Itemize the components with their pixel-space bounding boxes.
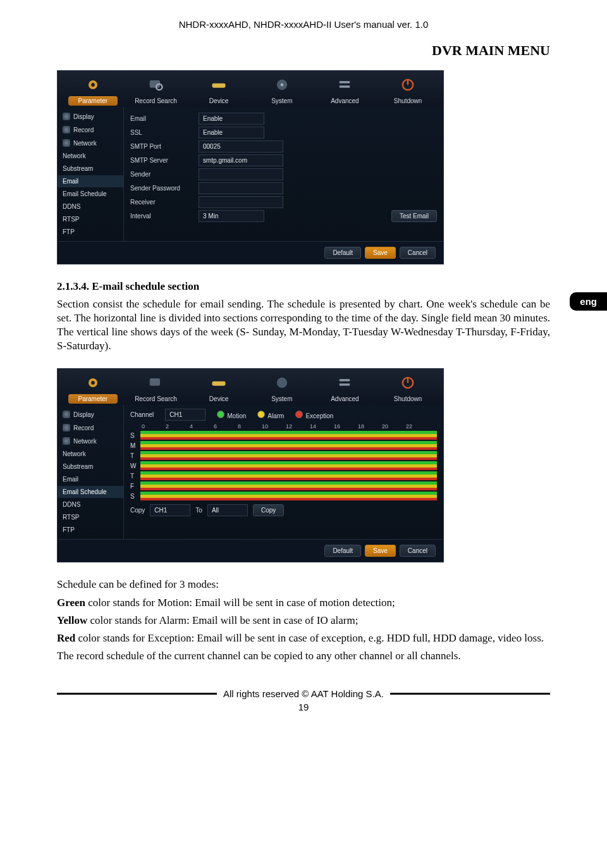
copy-from-select[interactable]: CH1 <box>150 504 190 516</box>
svg-point-1 <box>91 83 95 87</box>
copy-button[interactable]: Copy <box>253 504 284 516</box>
ssl-label: SSL <box>130 129 193 136</box>
tab-record-search-2[interactable]: Record Search <box>126 374 185 405</box>
green-dot-icon <box>217 411 224 418</box>
interval-label: Interval <box>130 213 193 220</box>
tab-advanced[interactable]: Advanced <box>316 76 374 107</box>
default-button-2[interactable]: Default <box>324 545 361 557</box>
sidebar-item-ftp-2[interactable]: FTP <box>58 524 123 536</box>
green-word: Green <box>57 597 85 609</box>
tab-shutdown[interactable]: Shutdown <box>379 76 437 107</box>
tab-parameter[interactable]: Parameter <box>64 76 122 107</box>
display-icon <box>63 411 70 418</box>
motion-radio[interactable]: Motion <box>217 411 246 419</box>
dvr-sidebar: Display Record Network Network Substream… <box>58 107 124 241</box>
tab-advanced-2[interactable]: Advanced <box>316 374 374 405</box>
dvr-footer-2: Default Save Cancel <box>58 539 443 562</box>
smtp-server-label: SMTP Server <box>130 157 193 164</box>
power-icon <box>396 374 419 392</box>
save-button[interactable]: Save <box>365 247 396 259</box>
svg-rect-16 <box>340 380 350 382</box>
receiver-input[interactable] <box>199 196 283 208</box>
svg-point-15 <box>277 378 287 388</box>
para-schedule-desc: Section consist the schedule for email s… <box>57 297 550 353</box>
sidebar-item-rtsp[interactable]: RTSP <box>58 213 123 225</box>
sidebar-item-record-2[interactable]: Record <box>58 421 123 434</box>
sidebar-item-ddns[interactable]: DDNS <box>58 201 123 213</box>
display-icon <box>63 113 70 120</box>
tab-parameter-2[interactable]: Parameter <box>64 374 122 405</box>
search-icon <box>144 374 167 392</box>
interval-select[interactable]: 3 Min <box>199 210 264 222</box>
ssl-select[interactable]: Enable <box>199 127 264 139</box>
tab-record-search[interactable]: Record Search <box>126 76 185 107</box>
yellow-word: Yellow <box>57 614 87 626</box>
dvr-email-schedule: Parameter Record Search Device System Ad… <box>57 368 444 562</box>
sidebar-item-ddns-2[interactable]: DDNS <box>58 499 123 511</box>
sidebar-item-ftp[interactable]: FTP <box>58 226 123 238</box>
smtp-server-input[interactable]: smtp.gmail.com <box>199 154 283 166</box>
password-label: Sender Password <box>130 185 193 192</box>
yellow-dot-icon <box>257 411 265 418</box>
sidebar-item-network[interactable]: Network <box>58 137 123 149</box>
hour-scale: 0246810121416182022 <box>142 423 437 430</box>
tab-system[interactable]: System <box>253 76 311 107</box>
save-button-2[interactable]: Save <box>365 545 396 557</box>
sidebar-item-email-schedule[interactable]: Email Schedule <box>58 188 123 200</box>
cancel-button-2[interactable]: Cancel <box>400 545 436 557</box>
svg-point-6 <box>280 84 283 87</box>
schedule-grid[interactable]: S M T W T F S <box>130 431 437 500</box>
tab-system-2[interactable]: System <box>253 374 311 405</box>
footer-copyright: All rights reserved © AAT Holding S.A. <box>223 688 384 699</box>
red-dot-icon <box>295 411 303 418</box>
advanced-icon <box>333 374 356 392</box>
to-label: To <box>195 507 202 514</box>
network-icon <box>63 139 70 147</box>
sidebar-item-email-2[interactable]: Email <box>58 473 123 485</box>
sidebar-item-network2-2[interactable]: Network <box>58 448 123 460</box>
tab-shutdown-2[interactable]: Shutdown <box>379 374 437 405</box>
language-tab: eng <box>570 292 607 311</box>
sidebar-item-display-2[interactable]: Display <box>58 408 123 421</box>
sender-input[interactable] <box>199 168 283 180</box>
sidebar-item-record[interactable]: Record <box>58 123 123 136</box>
tab-device[interactable]: Device <box>190 76 248 107</box>
sidebar-item-email[interactable]: Email <box>58 175 123 187</box>
copy-to-select[interactable]: All <box>207 504 248 516</box>
section-title: DVR MAIN MENU <box>57 42 550 59</box>
sender-label: Sender <box>130 171 193 178</box>
smtp-port-input[interactable]: 00025 <box>199 140 283 152</box>
advanced-icon <box>333 76 356 94</box>
search-icon <box>144 76 167 94</box>
dvr-main-email: EmailEnable SSLEnable SMTP Port00025 SMT… <box>124 107 443 241</box>
copy-note: The record schedule of the current chann… <box>57 649 550 663</box>
system-icon <box>271 374 293 392</box>
sidebar-item-email-schedule-2[interactable]: Email Schedule <box>58 486 123 498</box>
exception-radio[interactable]: Exception <box>295 411 333 419</box>
password-input[interactable] <box>199 182 283 194</box>
sidebar-item-display[interactable]: Display <box>58 110 123 123</box>
cancel-button[interactable]: Cancel <box>400 247 436 259</box>
copy-label: Copy <box>130 507 145 514</box>
svg-rect-8 <box>340 85 350 88</box>
tab-device-2[interactable]: Device <box>190 374 248 405</box>
dvr-main-schedule: Channel CH1 Motion Alarm Exception 02468… <box>124 405 443 539</box>
modes-intro: Schedule can be defined for 3 modes: <box>57 578 550 592</box>
sidebar-item-substream[interactable]: Substream <box>58 163 123 175</box>
device-icon <box>207 76 230 94</box>
channel-select[interactable]: CH1 <box>165 409 205 421</box>
system-icon <box>271 76 293 94</box>
default-button[interactable]: Default <box>324 247 361 259</box>
alarm-radio[interactable]: Alarm <box>257 411 284 419</box>
sidebar-item-network-2[interactable]: Network <box>58 435 123 447</box>
dvr-sidebar-2: Display Record Network Network Substream… <box>58 405 124 539</box>
sidebar-item-rtsp-2[interactable]: RTSP <box>58 511 123 523</box>
test-email-button[interactable]: Test Email <box>391 210 437 222</box>
sidebar-item-substream-2[interactable]: Substream <box>58 461 123 473</box>
doc-header: NHDR-xxxxAHD, NHDR-xxxxAHD-II User's man… <box>57 19 550 30</box>
dvr-tabs-2: Parameter Record Search Device System Ad… <box>58 369 443 405</box>
power-icon <box>396 76 419 94</box>
record-icon <box>63 424 70 431</box>
sidebar-item-network2[interactable]: Network <box>58 150 123 162</box>
email-select[interactable]: Enable <box>199 113 264 125</box>
